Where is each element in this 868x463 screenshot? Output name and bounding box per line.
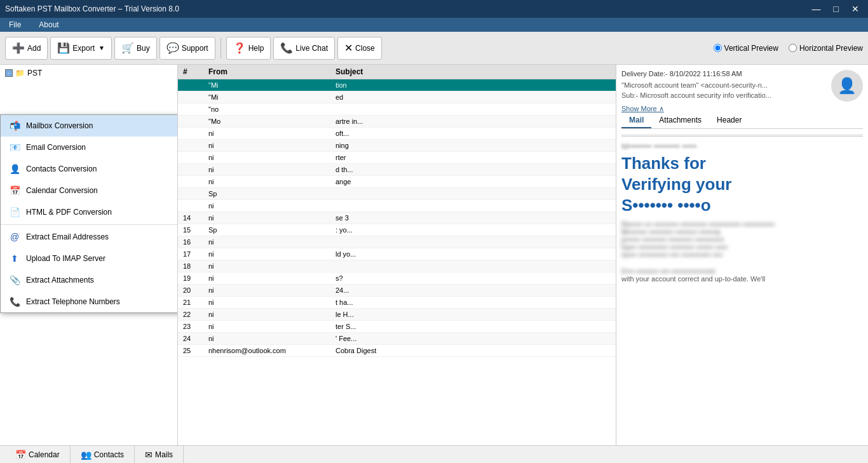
context-menu-email[interactable]: 📧 Email Conversion ▶ — [1, 137, 178, 158]
row-from: ni — [208, 238, 336, 246]
row-num: 21 — [183, 299, 208, 306]
buy-button[interactable]: 🛒 Buy — [114, 37, 157, 60]
email-row[interactable]: ni ange — [178, 176, 616, 188]
row-from: ni — [208, 299, 336, 306]
tab-attachments[interactable]: Attachments — [651, 113, 709, 128]
close-icon: ✕ — [344, 42, 353, 54]
preview-body-text-5: ne••• •••••••••••• •••• •••••••••••• •••… — [621, 251, 863, 258]
tree-checkbox-root[interactable]: - — [5, 69, 13, 77]
horizontal-preview-option[interactable]: Horizontal Preview — [789, 44, 863, 53]
row-subject — [336, 202, 611, 210]
tab-mail[interactable]: Mail — [621, 113, 651, 128]
show-more-link[interactable]: Show More ∧ — [621, 104, 826, 113]
tree-root[interactable]: - 📁 PST — [3, 67, 175, 79]
tab-header[interactable]: Header — [709, 113, 749, 128]
email-row[interactable]: ni rter — [178, 152, 616, 164]
live-chat-button[interactable]: 📞 Live Chat — [273, 37, 335, 60]
email-icon: 📧 — [8, 141, 21, 154]
preview-heading-3: S••••••• ••••o — [621, 196, 863, 215]
email-list-panel: # From Subject "Mi tion "Mi ed "no "Mo a… — [178, 65, 616, 445]
row-from: ni — [208, 286, 336, 294]
preview-body-text-6: It'••• ••••••••• •••• ••••••••••••••••d — [621, 267, 863, 275]
context-menu-mailbox[interactable]: 📬 Mailbox Conversion ▶ 🔴 Convert To NSF … — [1, 115, 178, 137]
close-window-button[interactable]: ✕ — [848, 3, 863, 15]
header-from: From — [208, 67, 336, 76]
menu-about[interactable]: About — [35, 19, 62, 30]
email-row[interactable]: 25 nhenrisom@outlook.com Cobra Digest — [178, 345, 616, 357]
status-mails-label: Mails — [155, 450, 173, 459]
context-menu-calendar[interactable]: 📅 Calendar Conversion ▶ — [1, 180, 178, 201]
row-num: 23 — [183, 323, 208, 330]
email-row[interactable]: 17 ni ld yo... — [178, 248, 616, 260]
context-menu-contacts[interactable]: 👤 Contacts Conversion ▶ — [1, 158, 178, 180]
status-contacts-label: Contacts — [94, 450, 124, 459]
preview-body-text-3: p•••••• •••••••••• •••••••••• ••••••••••… — [621, 236, 863, 243]
context-menu-separator-1 — [1, 224, 178, 225]
row-from: ni — [208, 202, 336, 210]
email-row[interactable]: "Mi ed — [178, 91, 616, 104]
email-row[interactable]: 18 ni — [178, 260, 616, 272]
context-menu-upload[interactable]: ⬆ Upload To IMAP Server — [1, 248, 178, 269]
email-row[interactable]: Sp — [178, 188, 616, 200]
row-subject: oft... — [336, 130, 611, 137]
status-mails-button[interactable]: ✉ Mails — [135, 446, 184, 463]
email-row[interactable]: ni — [178, 200, 616, 212]
email-row[interactable]: 15 Sp : yo... — [178, 224, 616, 236]
file-tree: - 📁 PST — [0, 65, 177, 81]
row-num — [183, 117, 208, 125]
help-button[interactable]: ❓ Help — [226, 37, 271, 60]
row-from: ni — [208, 323, 336, 330]
email-row[interactable]: 20 ni 24... — [178, 285, 616, 297]
minimize-button[interactable]: — — [808, 3, 825, 15]
vertical-preview-option[interactable]: Vertical Preview — [714, 44, 778, 53]
context-menu-attachments[interactable]: 📎 Extract Attachments — [1, 269, 178, 291]
vertical-preview-radio[interactable] — [714, 44, 722, 52]
row-from: ni — [208, 262, 336, 270]
email-row[interactable]: 21 ni t ha... — [178, 297, 616, 309]
context-menu-extract-email[interactable]: @ Extract Email Addresses — [1, 226, 178, 248]
email-row[interactable]: "no — [178, 104, 616, 116]
email-list-header: # From Subject — [178, 65, 616, 79]
extract-email-icon: @ — [8, 231, 21, 243]
mailbox-icon: 📬 — [8, 119, 21, 132]
row-num: 19 — [183, 274, 208, 282]
email-row[interactable]: 14 ni se 3 — [178, 212, 616, 224]
row-from: ni — [208, 142, 336, 149]
context-menu-html[interactable]: 📄 HTML & PDF Conversion ▶ — [1, 201, 178, 223]
context-menu-mailbox-label: Mailbox Conversion — [26, 121, 93, 130]
row-num — [183, 105, 208, 113]
row-num — [183, 93, 208, 101]
status-contacts-button[interactable]: 👥 Contacts — [71, 446, 135, 463]
email-row[interactable]: 24 ni ' Fee... — [178, 333, 616, 345]
tree-root-label: PST — [27, 69, 42, 77]
status-calendar-button[interactable]: 📅 Calendar — [5, 446, 71, 463]
export-icon: 💾 — [57, 42, 70, 54]
horizontal-preview-radio[interactable] — [789, 44, 797, 52]
email-row[interactable]: 16 ni — [178, 236, 616, 248]
email-row[interactable]: ni ning — [178, 140, 616, 152]
context-menu-attachments-label: Extract Attachments — [26, 276, 94, 285]
email-row[interactable]: ni oft... — [178, 128, 616, 140]
row-num — [183, 190, 208, 198]
row-num — [183, 142, 208, 149]
email-row[interactable]: 23 ni ter S... — [178, 321, 616, 333]
main-content: - 📁 PST 📬 Mailbox Conversion ▶ 🔴 Convert… — [0, 65, 868, 445]
email-row[interactable]: ni d th... — [178, 164, 616, 176]
email-row[interactable]: 19 ni s? — [178, 272, 616, 285]
menu-file[interactable]: File — [5, 19, 25, 30]
tree-folder-icon: 📁 — [15, 69, 25, 77]
row-num: 16 — [183, 238, 208, 246]
row-from: ni — [208, 178, 336, 185]
support-button[interactable]: 💬 Support — [159, 37, 215, 60]
title-bar: Softaken PST Mailbox Converter – Trial V… — [0, 0, 868, 18]
add-button[interactable]: ➕ Add — [5, 37, 48, 60]
email-row[interactable]: "Mi tion — [178, 79, 616, 91]
row-from: "Mo — [208, 117, 336, 125]
maximize-button[interactable]: □ — [830, 3, 843, 15]
close-button[interactable]: ✕ Close — [337, 37, 382, 60]
email-row[interactable]: "Mo artre in... — [178, 116, 616, 128]
email-row[interactable]: 22 ni le H... — [178, 309, 616, 321]
context-menu-telephone[interactable]: 📞 Extract Telephone Numbers — [1, 291, 178, 312]
export-button[interactable]: 💾 Export ▼ — [50, 37, 112, 60]
attachments-icon: 📎 — [8, 274, 21, 286]
